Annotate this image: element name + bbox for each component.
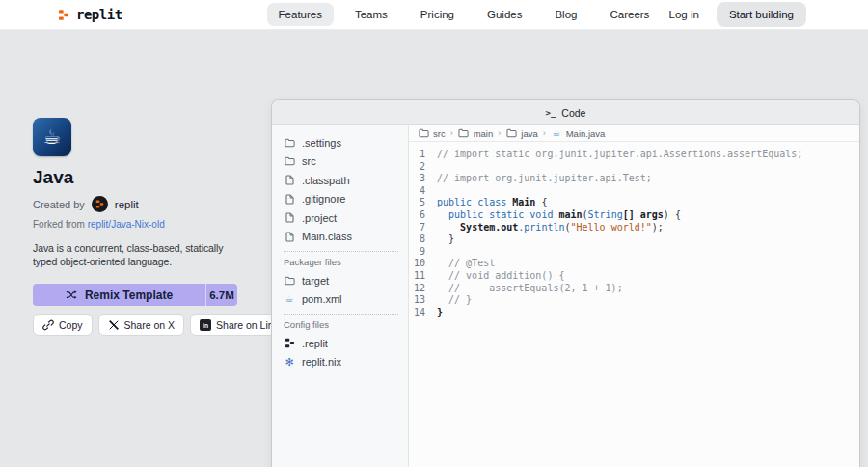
section-label-packager-files: Packager files [284,257,398,267]
code-text: public class Main { [437,197,547,209]
file-row-target[interactable]: target [284,271,398,290]
file-row-pom-xml[interactable]: ☕pom.xml [284,290,398,310]
file-row-settings[interactable]: .settings [284,133,398,152]
breadcrumb-item-src[interactable]: src [418,128,446,139]
nav-link-teams[interactable]: Teams [343,3,399,26]
breadcrumb-label: main [474,128,494,139]
line-number: 6 [409,209,425,222]
code-text: // } [437,294,472,307]
copy-label: Copy [59,319,83,331]
breadcrumb-separator: › [498,128,501,138]
code-line-2: 2 [409,161,859,174]
java-cup-icon: ☕ [43,127,62,148]
replit-brand[interactable]: replit [58,7,122,22]
nav-link-guides[interactable]: Guides [475,3,533,26]
line-number: 11 [409,270,425,283]
tree-divider [284,251,398,252]
file-tree: .settingssrc.classpath.gitignore.project… [272,125,409,467]
window-body: .settingssrc.classpath.gitignore.project… [272,125,859,467]
folder-icon [505,128,517,138]
page-title: Java [33,167,237,188]
file-label: pom.xml [302,293,342,305]
remix-count-badge: 6.7M [205,284,237,306]
code-text: // assertEquals(2, 1 + 1); [437,283,623,295]
tree-divider [284,314,398,315]
editor-pane: src›main›java›☕Main.java 1// import stat… [409,125,859,467]
share-on-x-button[interactable]: Share on X [98,314,185,336]
author-name[interactable]: replit [115,199,139,210]
folder-icon [458,128,470,138]
java-template-icon: ☕ [33,118,71,156]
code-text: public static void main(String[] args) { [437,209,681,222]
code-line-10: 10 // @Test [409,258,859,270]
forked-from-row: Forked from replit/Java-Nix-old [33,219,237,230]
code-line-12: 12 // assertEquals(2, 1 + 1); [409,283,859,295]
folder-icon [284,138,295,148]
nav-link-blog[interactable]: Blog [543,3,588,26]
nav-link-features[interactable]: Features [267,3,334,26]
code-text [437,161,443,174]
code-line-1: 1// import static org.junit.jupiter.api.… [409,149,859,161]
share-x-label: Share on X [124,319,176,331]
remix-template-button[interactable]: Remix Template 6.7M [33,284,237,306]
file-row-replit[interactable]: .replit [284,334,398,353]
code-line-4: 4 [409,185,859,198]
file-label: .classpath [302,175,350,186]
nav-link-pricing[interactable]: Pricing [409,3,466,26]
code-window: >_ Code .settingssrc.classpath.gitignore… [271,99,860,467]
terminal-icon: >_ [546,108,556,118]
breadcrumb-item-java[interactable]: java [505,128,537,139]
copy-button[interactable]: Copy [33,314,93,336]
brand-wordmark: replit [76,7,122,22]
file-row-project[interactable]: .project [284,208,398,228]
code-text: // import static org.junit.jupiter.api.A… [437,149,802,161]
avatar[interactable] [92,196,108,212]
file-row-classpath[interactable]: .classpath [284,171,398,190]
code-text: } [437,307,443,319]
code-tab-label: Code [561,107,585,119]
code-text: // import org.junit.jupiter.api.Test; [437,173,652,185]
login-link[interactable]: Log in [669,9,699,20]
file-icon [284,212,295,223]
line-number: 9 [409,246,425,259]
start-building-button[interactable]: Start building [717,2,806,27]
file-icon [284,194,295,205]
file-icon [284,175,295,185]
code-text: } [437,234,454,246]
nav-links: FeaturesTeamsPricingGuidesBlogCareers [267,3,662,26]
file-row-main-class[interactable]: Main.class [284,228,398,247]
line-number: 5 [409,197,425,209]
line-number: 4 [409,185,425,198]
line-number: 13 [409,294,425,307]
breadcrumb-separator: › [450,128,453,138]
file-label: .gitignore [302,193,345,205]
line-number: 14 [409,307,425,319]
code-line-3: 3// import org.junit.jupiter.api.Test; [409,173,859,185]
linkedin-icon: in [200,319,211,331]
breadcrumb-separator: › [543,128,546,138]
nav-link-careers[interactable]: Careers [598,3,661,26]
file-label: src [302,155,316,167]
file-row-src[interactable]: src [284,152,398,172]
forked-from-link[interactable]: replit/Java-Nix-old [88,219,165,230]
line-number: 2 [409,161,425,174]
file-label: target [302,275,329,287]
code-line-7: 7 System.out.println("Hello world!"); [409,222,859,234]
code-tab[interactable]: >_ Code [272,100,859,125]
breadcrumb-item-main[interactable]: main [458,128,494,139]
code-text: // void addition() { [437,270,564,283]
file-row-gitignore[interactable]: .gitignore [284,190,398,209]
code-editor[interactable]: 1// import static org.junit.jupiter.api.… [409,142,859,318]
line-number: 1 [409,149,425,161]
replit-icon [284,338,295,348]
code-line-8: 8 } [409,234,859,246]
top-navbar: replit FeaturesTeamsPricingGuidesBlogCar… [0,0,868,30]
folder-icon [418,128,429,138]
code-line-11: 11 // void addition() { [409,270,859,283]
file-label: Main.class [302,231,352,242]
file-label: replit.nix [302,356,341,368]
file-row-replit-nix[interactable]: ✻replit.nix [284,353,398,372]
breadcrumb-item-main-java[interactable]: ☕Main.java [551,128,606,139]
nav-right: Log in Start building [669,2,806,27]
template-description: Java is a concurrent, class-based, stati… [33,241,237,268]
